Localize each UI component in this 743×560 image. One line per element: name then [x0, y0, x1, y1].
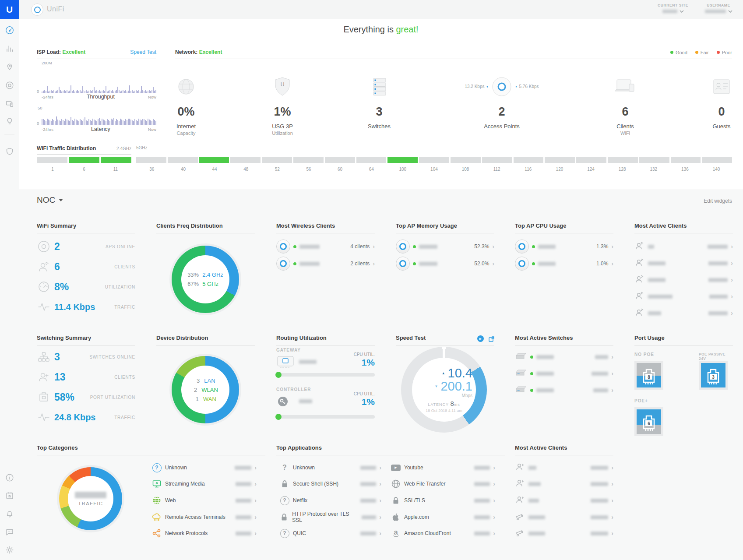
chevron-right-icon: ›	[731, 293, 733, 299]
sidebar-item-map[interactable]	[4, 62, 14, 72]
donut-center: 3 LAN 2 WLAN 1 WAN	[181, 366, 229, 414]
traffic-value-redacted	[708, 261, 728, 265]
ubiquiti-logo[interactable]: U	[0, 0, 19, 19]
gateway-name-redacted	[299, 360, 317, 364]
ap-row[interactable]: 1.0% ›	[515, 255, 613, 272]
switch-name-redacted	[536, 372, 554, 376]
channel-segment	[608, 157, 638, 163]
client-row[interactable]: ›	[515, 492, 613, 509]
client-row[interactable]: ›	[515, 509, 613, 525]
client-row[interactable]: ›	[634, 255, 733, 271]
port-tile-poe-passive[interactable]: 3	[699, 361, 728, 390]
traffic-value-redacted	[474, 532, 490, 535]
channel-label: 44	[199, 167, 230, 172]
category-row[interactable]: Network Protocols ›	[151, 525, 257, 542]
sidebar-item-chat[interactable]	[4, 527, 14, 537]
summary-row: 2 APS ONLINE	[37, 237, 135, 256]
client-name-redacted	[528, 499, 539, 503]
channel-segment	[199, 157, 229, 163]
traffic-value-redacted	[591, 466, 608, 470]
gateway-device[interactable]	[276, 355, 303, 371]
sidebar-item-devices[interactable]	[4, 80, 14, 90]
channel-label: 108	[450, 167, 481, 172]
download-speed: 200.1	[440, 380, 472, 393]
application-row[interactable]: ? QUIC ›	[279, 525, 381, 542]
application-row[interactable]: ? Unknown ›	[279, 459, 381, 476]
ap-row[interactable]: 2 clients ›	[276, 255, 375, 272]
client-row[interactable]: ›	[634, 271, 733, 288]
sidebar-item-alerts[interactable]	[4, 508, 14, 518]
widget-clients-freq-distribution: Clients Freq Distribution 33%67% 2.4 GHz…	[156, 222, 255, 233]
client-name-redacted	[648, 245, 654, 249]
port-tile-poe-plus[interactable]: 6	[634, 407, 663, 436]
stat-access-points[interactable]: 13.2 Kbps◂ ▸5.76 Kbps 2 Access Points	[454, 74, 550, 130]
streaming-monitor-icon	[151, 479, 162, 489]
status-dot-online	[293, 245, 296, 248]
application-row[interactable]: SSL/TLS ›	[391, 492, 495, 509]
gauge-icon	[37, 280, 54, 294]
application-row[interactable]: a Amazon CloudFront ›	[391, 525, 495, 542]
sidebar-item-info[interactable]	[4, 472, 14, 483]
access-point-badge-icon	[276, 257, 290, 271]
switch-row[interactable]: ›	[515, 382, 613, 398]
application-row[interactable]: Web File Transfer ›	[391, 475, 495, 492]
application-row[interactable]: Secure Shell (SSH) ›	[279, 475, 381, 492]
sidebar-item-statistics[interactable]	[4, 43, 14, 53]
client-row[interactable]: ›	[515, 459, 613, 476]
stat-switches[interactable]: 3 Switches	[331, 74, 427, 130]
stat-guests[interactable]: 0 Guests	[673, 74, 743, 130]
widget-most-wireless-clients: Most Wireless Clients 4 clients › 2 clie…	[276, 222, 375, 233]
category-label: Network Protocols	[165, 530, 208, 536]
username-dropdown[interactable]: USERNAME	[697, 3, 740, 13]
speed-test-link[interactable]: Speed Test	[130, 49, 156, 55]
run-speed-test-button[interactable]: ▶	[477, 335, 484, 342]
band-5-label: 5GHz	[136, 145, 148, 150]
client-row[interactable]: ›	[634, 288, 733, 305]
sidebar-item-events[interactable]	[4, 490, 14, 500]
open-speed-test-button[interactable]	[489, 336, 494, 344]
category-row[interactable]: Remote Access Terminals ›	[151, 509, 257, 525]
port-tile-no-poe[interactable]: 8	[634, 361, 663, 390]
channel-segment	[387, 157, 418, 163]
application-row[interactable]: HTTP Protocol over TLS SSL ›	[279, 509, 381, 525]
sidebar-item-threat-management[interactable]	[4, 146, 14, 156]
ap-row[interactable]: 52.0% ›	[396, 255, 494, 272]
traffic-value-redacted	[360, 482, 376, 486]
switch-stack-icon	[370, 77, 388, 97]
channel-segment	[136, 157, 166, 163]
sidebar-item-insights[interactable]	[4, 116, 14, 126]
stat-clients[interactable]: 6 Clients WiFi	[577, 74, 673, 136]
client-row[interactable]: ›	[634, 305, 733, 321]
sidebar-item-clients[interactable]	[4, 99, 14, 109]
widget-title: Most Active Switches	[515, 335, 613, 345]
client-row[interactable]: ›	[634, 238, 733, 255]
stat-internet[interactable]: 0% Internet Capacity	[138, 74, 234, 136]
application-row[interactable]: ▶ Youtube ›	[391, 459, 495, 476]
chevron-right-icon: ›	[611, 514, 613, 520]
application-row[interactable]: ? Netflix ›	[279, 492, 381, 509]
switch-row[interactable]: ›	[515, 349, 613, 365]
edit-widgets-link[interactable]: Edit widgets	[644, 198, 732, 204]
category-row[interactable]: Web ›	[151, 492, 257, 509]
category-row[interactable]: Streaming Media ›	[151, 475, 257, 492]
controller-device[interactable]	[276, 395, 303, 410]
ap-row[interactable]: 4 clients ›	[276, 238, 375, 255]
ap-row[interactable]: 52.3% ›	[396, 238, 494, 255]
chevron-right-icon: ›	[492, 243, 494, 250]
application-row[interactable]: Apple.com ›	[391, 509, 495, 525]
client-row[interactable]: ›	[515, 525, 613, 542]
sidebar-item-dashboard[interactable]	[4, 25, 14, 35]
switch-row[interactable]: ›	[515, 365, 613, 382]
widget-speed-test: Speed Test ▶ ▲ 10.4 ▼ 200.1 Mbps LATENCY…	[396, 335, 494, 345]
ap-row[interactable]: 1.3% ›	[515, 238, 613, 255]
stat-usg[interactable]: U 1% USG 3P Utilization	[234, 74, 331, 136]
chevron-right-icon: ›	[254, 481, 257, 487]
client-row[interactable]: ›	[515, 475, 613, 492]
question-circle-icon: ?	[279, 528, 290, 539]
question-icon: ?	[279, 462, 290, 473]
category-row[interactable]: ? Unknown ›	[151, 459, 257, 476]
switch-name-redacted	[536, 355, 554, 359]
current-site-dropdown[interactable]: CURRENT SITE	[653, 3, 693, 13]
sidebar-item-settings[interactable]	[4, 545, 14, 555]
noc-view-dropdown[interactable]: NOC	[37, 195, 63, 205]
